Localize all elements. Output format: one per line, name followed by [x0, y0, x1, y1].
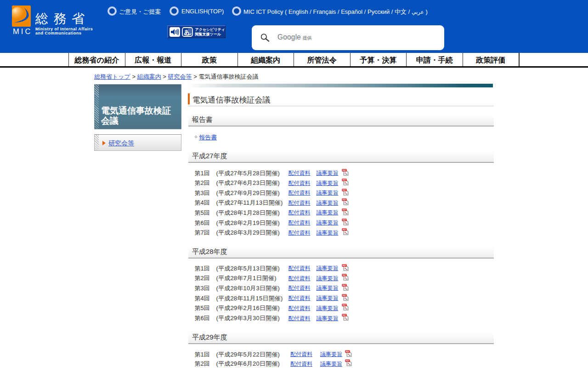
svg-text:PDF: PDF	[343, 315, 346, 316]
svg-text:PDF: PDF	[343, 305, 346, 306]
svg-text:PDF: PDF	[343, 285, 346, 287]
svg-text:PDF: PDF	[343, 209, 346, 211]
svg-text:PDF: PDF	[343, 199, 346, 201]
svg-text:PDF: PDF	[343, 294, 346, 296]
svg-text:PDF: PDF	[346, 360, 350, 362]
svg-text:PDF: PDF	[343, 275, 346, 276]
svg-text:PDF: PDF	[343, 169, 346, 171]
svg-text:PDF: PDF	[343, 189, 346, 191]
svg-text:PDF: PDF	[343, 229, 346, 231]
svg-text:PDF: PDF	[346, 351, 350, 352]
svg-text:PDF: PDF	[343, 219, 346, 221]
svg-text:PDF: PDF	[343, 179, 346, 181]
svg-text:PDF: PDF	[343, 264, 346, 266]
svg-text:あ: あ	[184, 29, 190, 35]
